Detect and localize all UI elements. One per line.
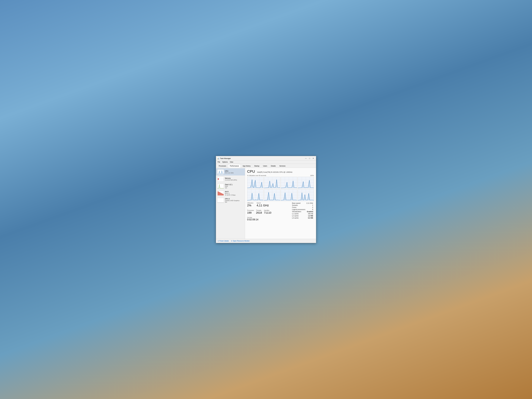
sidebar-item-disk[interactable]: Disk 0 (C:) SSD 1% [216,183,245,190]
menu-options[interactable]: Options [221,161,229,163]
cpu-specs: Base speed: 2,11 GHz Sockets: 1 Cores: 4 [292,202,314,222]
spec-l2: L2 cache: 1,0 MB [292,215,314,217]
disk-name: Disk 0 (C:) [225,184,244,185]
cpu-detail: 2% 4,11 GHz [225,172,244,174]
spec-sockets-value: 1 [306,204,314,206]
menu-file[interactable]: File [216,161,221,163]
memory-info: Memory 3,1/15,8 GB (20%) [225,177,244,181]
uptime-value: 0:02:09:14 [247,218,292,221]
left-stats: Utilization 2% Speed 4,11 GHz Processes … [247,202,292,222]
spec-base-speed-label: Base speed: [292,202,306,204]
disk-percent: 1% [225,187,244,189]
cpu-main-panel: CPU Intel(R) Core(TM) i5-10210U CPU @ 1.… [245,168,316,239]
svg-rect-17 [221,193,222,195]
app-icon: 📊 [217,157,219,159]
sidebar-item-cpu[interactable]: CPU 2% 4,11 GHz [216,168,245,176]
processes-value: 199 [247,211,254,214]
spec-l3-label: L3 cache: [292,217,306,219]
spec-base-speed: Base speed: 2,11 GHz [292,202,314,204]
spec-virt-value: Enabled [306,211,314,213]
spec-logical-label: Logical processors: [292,209,306,211]
spec-l1: L1 cache: 256 KB [292,213,314,215]
wifi-name: Wi-Fi [225,191,244,193]
graph-section: % Utilization over 60 seconds 100% [247,175,314,201]
minimize-button[interactable]: — [304,157,308,160]
sidebar-item-gpu[interactable]: GPU 0 Intel(R) UHD Graphics 0% [216,197,245,204]
util-speed-row: Utilization 2% Speed 4,11 GHz [247,202,292,208]
cpu-graph-7 [281,189,297,201]
gpu-thumb [217,198,224,203]
graph-label: % Utilization over 60 seconds 100% [247,175,314,176]
spec-l2-label: L2 cache: [292,215,306,217]
chevron-up-icon: ⊙ [218,240,219,242]
svg-rect-19 [223,194,223,195]
handles-label: Handles [264,209,271,211]
tab-app-history[interactable]: App history [241,164,252,168]
cpu-graph-4 [298,177,314,189]
cpu-name: CPU [225,170,244,172]
spec-l1-label: L1 cache: [292,213,306,215]
cpu-graph-5 [247,189,264,201]
uptime-label: Up time [247,217,292,218]
disk-thumb [217,184,224,189]
open-resource-monitor-button[interactable]: ⊙ Open Resource Monitor [231,240,249,242]
utilization-stat: Utilization 2% [247,202,253,207]
svg-rect-18 [222,193,223,195]
spec-cores-value: 4 [306,206,314,209]
spec-sockets-label: Sockets: [292,204,306,206]
tab-bar: Processes Performance App history Startu… [216,164,316,168]
tab-processes[interactable]: Processes [217,164,228,168]
cpu-panel-title: CPU [247,169,255,174]
stats-section: Utilization 2% Speed 4,11 GHz Processes … [247,202,314,222]
menu-view[interactable]: View [229,161,234,163]
cpu-graph-6 [264,189,280,201]
speed-label: Speed [257,202,269,204]
sidebar-item-memory[interactable]: Memory 3,1/15,8 GB (20%) [216,176,245,183]
cpu-model: Intel(R) Core(TM) i5-10210U CPU @ 1.60GH… [257,171,292,173]
threads-label: Threads [256,209,262,211]
cpu-graphs [247,177,314,201]
processes-label: Processes [247,209,254,211]
proc-thread-handle-row: Processes 199 Threads 2618 Handles 71110 [247,209,292,215]
sidebar: CPU 2% 4,11 GHz Memory 3,1 [216,168,245,239]
memory-detail: 3,1/15,8 GB (20%) [225,179,244,181]
close-button[interactable]: ✕ [311,157,315,160]
gpu-info: GPU 0 Intel(R) UHD Graphics 0% [225,198,244,203]
window-controls: — □ ✕ [304,157,315,160]
threads-stat: Threads 2618 [256,209,262,214]
svg-rect-15 [219,192,220,196]
utilization-label: Utilization [247,202,253,204]
maximize-button[interactable]: □ [308,157,311,160]
tab-startup[interactable]: Startup [253,164,261,168]
window-title: Task Manager [220,157,231,159]
cpu-header: CPU Intel(R) Core(TM) i5-10210U CPU @ 1.… [247,169,314,174]
spec-sockets: Sockets: 1 [292,204,314,206]
task-manager-window: 📊 Task Manager — □ ✕ File Options View P… [216,156,316,243]
speed-stat: Speed 4,11 GHz [257,202,269,207]
cpu-graph-8 [298,189,314,201]
utilization-value: 2% [247,204,253,207]
tab-details[interactable]: Details [269,164,278,168]
footer: ⊙ Fewer details ⊙ Open Resource Monitor [216,239,316,243]
disk-detail: SSD [225,185,244,187]
tab-services[interactable]: Services [278,164,287,168]
fewer-details-label: Fewer details [219,240,229,242]
spec-virtualization: Virtualization: Enabled [292,211,314,213]
spec-l3-value: 6,0 MB [306,217,314,219]
memory-name: Memory [225,177,244,179]
svg-rect-14 [218,191,219,195]
handles-stat: Handles 71110 [264,209,271,214]
tab-users[interactable]: Users [261,164,269,168]
monitor-icon: ⊙ [231,240,232,242]
spec-base-speed-value: 2,11 GHz [306,202,314,204]
spec-l3: L3 cache: 6,0 MB [292,217,314,219]
spec-cores: Cores: 4 [292,206,314,209]
handles-value: 71110 [264,211,271,214]
sidebar-item-wifi[interactable]: Wi-Fi Wi-Fi 2 S: 8,0 R: 0 Kbps [216,190,245,197]
wifi-network: Wi-Fi 2 [225,193,244,194]
open-monitor-label: Open Resource Monitor [233,240,249,242]
cpu-graph-1 [247,177,264,189]
cpu-thumb [217,169,224,174]
tab-performance[interactable]: Performance [228,164,241,168]
fewer-details-button[interactable]: ⊙ Fewer details [218,240,229,242]
